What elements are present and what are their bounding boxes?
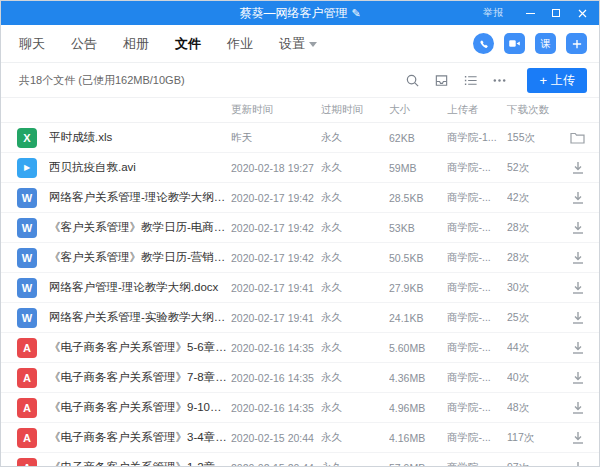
table-row[interactable]: A 《电子商务客户关系管理》5-6章.pdf 2020-02-16 14:35 … (1, 333, 599, 363)
close-button[interactable] (569, 1, 595, 25)
file-uploader: 商学院-... (447, 461, 503, 467)
file-updated: 2020-02-18 19:27 (231, 162, 317, 174)
download-glyph (571, 221, 585, 235)
add-app-icon[interactable] (566, 33, 587, 54)
file-name[interactable]: 《客户关系管理》教学日历-营销17-蔡葵... (49, 250, 227, 265)
file-name[interactable]: 《电子商务客户关系管理》1-2章.pdf (49, 460, 227, 466)
file-updated: 2020-02-16 14:35 (231, 402, 317, 414)
file-name[interactable]: 《电子商务客户关系管理》3-4章.pdf (49, 430, 227, 445)
download-glyph (571, 371, 585, 385)
tab-files[interactable]: 文件 (175, 35, 201, 53)
tab-label: 公告 (71, 35, 97, 53)
search-icon[interactable] (405, 73, 420, 88)
tab-label: 聊天 (19, 35, 45, 53)
header-uploader[interactable]: 上传者 (447, 103, 503, 117)
file-name[interactable]: 网络客户关系管理-理论教学大纲.docx (49, 190, 227, 205)
phone-call-icon[interactable] (473, 33, 494, 54)
minimize-button[interactable] (517, 1, 543, 25)
maximize-button[interactable] (543, 1, 569, 25)
download-glyph (571, 311, 585, 325)
download-action-icon[interactable] (559, 371, 585, 385)
nav-tabs: 聊天 公告 相册 文件 作业 设置 (19, 35, 317, 53)
docx-file-icon: W (17, 218, 37, 238)
video-camera-glyph (508, 37, 521, 50)
file-name[interactable]: 《电子商务客户关系管理》7-8章.pdf (49, 370, 227, 385)
file-downloads: 25次 (507, 311, 555, 325)
file-updated: 2020-02-16 14:35 (231, 372, 317, 384)
file-uploader: 商学院-... (447, 221, 503, 235)
file-name[interactable]: 网络客户关系管理-实验教学大纲.docx (49, 310, 227, 325)
folder-action-icon[interactable] (559, 131, 585, 144)
table-row[interactable]: X 平时成绩.xls 昨天 永久 62KB 商学院-1... 155次 (1, 123, 599, 153)
docx-file-icon: W (17, 248, 37, 268)
video-call-icon[interactable] (504, 33, 525, 54)
header-size[interactable]: 大小 (389, 103, 443, 117)
table-row[interactable]: W 网络客户关系管理-实验教学大纲.docx 2020-02-17 19:41 … (1, 303, 599, 333)
download-action-icon[interactable] (559, 221, 585, 235)
table-row[interactable]: A 《电子商务客户关系管理》7-8章.pdf 2020-02-16 14:35 … (1, 363, 599, 393)
file-name[interactable]: 网络客户管理-理论教学大纲.docx (49, 280, 227, 295)
file-downloads: 52次 (507, 161, 555, 175)
tab-announcement[interactable]: 公告 (71, 35, 97, 53)
file-downloads: 44次 (507, 341, 555, 355)
file-downloads: 28次 (507, 221, 555, 235)
download-action-icon[interactable] (559, 461, 585, 467)
tab-settings[interactable]: 设置 (279, 35, 317, 53)
tab-label: 相册 (123, 35, 149, 53)
tab-chat[interactable]: 聊天 (19, 35, 45, 53)
file-uploader: 商学院-... (447, 161, 503, 175)
table-row[interactable]: A 《电子商务客户关系管理》9-10章.pdf 2020-02-16 14:35… (1, 393, 599, 423)
inbox-icon[interactable] (434, 73, 449, 88)
file-size: 50.5KB (389, 252, 443, 264)
download-action-icon[interactable] (559, 431, 585, 445)
plus-glyph (571, 38, 583, 50)
file-name[interactable]: 《电子商务客户关系管理》5-6章.pdf (49, 340, 227, 355)
download-action-icon[interactable] (559, 401, 585, 415)
download-glyph (571, 281, 585, 295)
file-table-body: X 平时成绩.xls 昨天 永久 62KB 商学院-1... 155次 ▶ 西贝… (1, 123, 599, 466)
table-row[interactable]: W 网络客户关系管理-理论教学大纲.docx 2020-02-17 19:42 … (1, 183, 599, 213)
file-downloads: 30次 (507, 281, 555, 295)
header-expires[interactable]: 过期时间 (321, 103, 385, 117)
table-row[interactable]: A 《电子商务客户关系管理》1-2章.pdf 2020-02-15 20:44 … (1, 453, 599, 466)
download-action-icon[interactable] (559, 161, 585, 175)
file-name[interactable]: 《电子商务客户关系管理》9-10章.pdf (49, 400, 227, 415)
header-updated[interactable]: 更新时间 (231, 103, 317, 117)
more-icon[interactable] (492, 73, 507, 88)
table-row[interactable]: W 网络客户管理-理论教学大纲.docx 2020-02-17 19:41 永久… (1, 273, 599, 303)
table-row[interactable]: A 《电子商务客户关系管理》3-4章.pdf 2020-02-15 20:44 … (1, 423, 599, 453)
minimize-icon (526, 13, 535, 14)
file-downloads: 48次 (507, 401, 555, 415)
tab-label: 作业 (227, 35, 253, 53)
class-icon[interactable]: 课 (535, 33, 556, 54)
file-name[interactable]: 西贝抗疫自救.avi (49, 160, 227, 175)
class-icon-label: 课 (541, 39, 551, 49)
list-view-icon[interactable] (463, 73, 478, 88)
tab-homework[interactable]: 作业 (227, 35, 253, 53)
file-updated: 2020-02-17 19:42 (231, 222, 317, 234)
file-name[interactable]: 平时成绩.xls (49, 130, 227, 145)
edit-title-icon[interactable]: ✎ (351, 7, 360, 20)
upload-plus-icon: + (539, 74, 547, 87)
file-name[interactable]: 《客户关系管理》教学日历-电商17-蔡葵... (49, 220, 227, 235)
upload-button[interactable]: + 上传 (527, 68, 587, 93)
table-row[interactable]: ▶ 西贝抗疫自救.avi 2020-02-18 19:27 永久 59MB 商学… (1, 153, 599, 183)
pdf-file-icon: A (17, 338, 37, 358)
file-downloads: 117次 (507, 431, 555, 445)
file-size: 59MB (389, 162, 443, 174)
table-row[interactable]: W 《客户关系管理》教学日历-营销17-蔡葵... 2020-02-17 19:… (1, 243, 599, 273)
tab-album[interactable]: 相册 (123, 35, 149, 53)
table-row[interactable]: W 《客户关系管理》教学日历-电商17-蔡葵... 2020-02-17 19:… (1, 213, 599, 243)
download-action-icon[interactable] (559, 281, 585, 295)
file-size: 62KB (389, 132, 443, 144)
download-action-icon[interactable] (559, 341, 585, 355)
toolbar-icons: + 上传 (405, 68, 587, 93)
maximize-icon (552, 9, 560, 17)
report-link[interactable]: 举报 (483, 6, 503, 20)
download-action-icon[interactable] (559, 311, 585, 325)
upload-button-label: 上传 (551, 72, 575, 89)
header-downloads[interactable]: 下载次数 (507, 103, 555, 117)
file-downloads: 97次 (507, 461, 555, 467)
download-action-icon[interactable] (559, 251, 585, 265)
download-action-icon[interactable] (559, 191, 585, 205)
